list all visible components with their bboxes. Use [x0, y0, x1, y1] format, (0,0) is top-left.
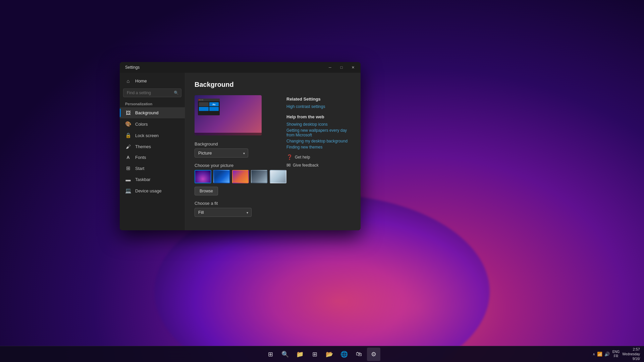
systray-network[interactable]: 📶: [597, 352, 602, 357]
home-label: Home: [135, 78, 147, 83]
sidebar-item-device-usage-label: Device usage: [135, 188, 162, 193]
taskbar-center: ⊞ 🔍 📁 ⊞ 📂 🌐 🛍 ⚙: [264, 348, 380, 361]
taskbar-start-icon[interactable]: ⊞: [264, 348, 277, 361]
background-dropdown[interactable]: Picture Solid color Slideshow: [195, 148, 248, 158]
preview-desktop: Aa: [195, 95, 262, 135]
sidebar-item-lock-screen[interactable]: 🔒 Lock screen: [120, 130, 185, 141]
picture-grid: [195, 170, 286, 183]
taskbar-right: ∧ 📶 🔊 ENGFR 2:57 Wednesday9/16/: [593, 347, 640, 361]
help-link-3[interactable]: Finding new themes: [286, 145, 354, 149]
sidebar-item-lock-label: Lock screen: [135, 133, 159, 138]
taskbar: ⊞ 🔍 📁 ⊞ 📂 🌐 🛍 ⚙ ∧ 📶 🔊 ENGFR 2:57 Wednesd…: [0, 346, 644, 362]
window-title: Settings: [125, 65, 140, 70]
sidebar-item-fonts[interactable]: A Fonts: [120, 152, 185, 163]
choose-picture-label: Choose your picture: [195, 163, 286, 168]
main-content: Background: [185, 73, 361, 230]
help-link-0[interactable]: Showing desktop icons: [286, 122, 354, 127]
close-button[interactable]: ✕: [345, 62, 361, 73]
colors-icon: 🎨: [125, 121, 131, 127]
related-settings-title: Related Settings: [286, 97, 354, 102]
taskbar-files-icon[interactable]: 📁: [293, 348, 307, 361]
fonts-icon: A: [125, 155, 131, 160]
background-preview: Aa: [195, 95, 262, 135]
give-feedback-icon: ✉: [286, 162, 291, 168]
get-help-link[interactable]: ❓ Get help: [286, 154, 354, 160]
background-section-label: Background: [195, 141, 286, 146]
home-icon: ⌂: [125, 78, 131, 84]
sidebar: ⌂ Home 🔍 Personalization 🖼 Background 🎨 …: [120, 73, 185, 230]
page-title: Background: [195, 81, 351, 88]
picture-thumb-4[interactable]: [251, 170, 268, 183]
clock-time: 2:57: [622, 347, 640, 352]
help-link-1[interactable]: Getting new wallpapers every day from Mi…: [286, 128, 354, 137]
fit-dropdown-wrap: Fill Fit Stretch Tile Center Span ▾: [195, 208, 252, 217]
taskbar-clock[interactable]: 2:57 Wednesday9/16/: [622, 347, 640, 361]
choose-fit-label: Choose a fit: [195, 201, 286, 206]
fit-dropdown[interactable]: Fill Fit Stretch Tile Center Span: [195, 208, 252, 217]
preview-window: Aa: [198, 99, 220, 115]
get-help-icon: ❓: [286, 154, 293, 160]
preview-taskbar: [195, 133, 262, 135]
background-icon: 🖼: [125, 110, 131, 116]
sidebar-item-start-label: Start: [135, 166, 144, 171]
related-settings: Related Settings High contrast settings …: [286, 97, 354, 222]
main-left: Aa Background Picture: [195, 95, 286, 222]
sidebar-item-background-label: Background: [135, 110, 158, 115]
taskbar-search-icon[interactable]: 🔍: [278, 348, 292, 361]
taskbar-icon: ▬: [125, 177, 131, 182]
window-controls: ─ □ ✕: [322, 62, 357, 73]
systray-volume[interactable]: 🔊: [604, 352, 610, 357]
sidebar-section-label: Personalization: [120, 99, 185, 107]
sidebar-item-themes-label: Themes: [135, 144, 151, 149]
picture-thumb-5[interactable]: [270, 170, 286, 183]
search-box: 🔍: [123, 88, 181, 97]
give-feedback-link[interactable]: ✉ Give feedback: [286, 162, 354, 168]
taskbar-browser-icon[interactable]: 🌐: [337, 348, 351, 361]
clock-date: Wednesday9/16/: [622, 352, 640, 361]
taskbar-settings-icon[interactable]: ⚙: [367, 348, 380, 361]
taskbar-systray: ∧ 📶 🔊: [593, 352, 610, 357]
search-input[interactable]: [123, 88, 181, 97]
get-help-label: Get help: [295, 155, 310, 160]
search-icon: 🔍: [174, 90, 179, 95]
help-link-2[interactable]: Changing my desktop background: [286, 139, 354, 143]
help-section-title: Help from the web: [286, 114, 354, 119]
picture-thumb-1[interactable]: [195, 170, 211, 183]
sidebar-item-start[interactable]: ⊞ Start: [120, 163, 185, 174]
start-icon: ⊞: [125, 165, 131, 171]
sidebar-item-background[interactable]: 🖼 Background: [120, 107, 185, 118]
title-bar: Settings ─ □ ✕: [120, 62, 361, 73]
lock-icon: 🔒: [125, 132, 131, 138]
content-flex: Aa Background Picture: [195, 95, 351, 222]
sidebar-item-colors[interactable]: 🎨 Colors: [120, 118, 185, 130]
picture-thumb-2[interactable]: [213, 170, 230, 183]
preview-body: Aa: [198, 101, 220, 112]
taskbar-store-icon[interactable]: 🛍: [352, 348, 366, 361]
browse-button[interactable]: Browse: [195, 187, 218, 195]
systray-language[interactable]: ENGFR: [612, 350, 620, 358]
high-contrast-link[interactable]: High contrast settings: [286, 104, 354, 109]
settings-window: Settings ─ □ ✕ ⌂ Home 🔍 Personalization …: [120, 62, 361, 230]
sidebar-item-taskbar[interactable]: ▬ Taskbar: [120, 174, 185, 185]
background-dropdown-wrap: Picture Solid color Slideshow ▾: [195, 148, 248, 158]
device-usage-icon: 💻: [125, 188, 131, 194]
sidebar-item-taskbar-label: Taskbar: [135, 177, 151, 182]
themes-icon: 🖌: [125, 144, 131, 149]
sidebar-item-colors-label: Colors: [135, 122, 148, 127]
sidebar-item-themes[interactable]: 🖌 Themes: [120, 141, 185, 152]
picture-thumb-3[interactable]: [232, 170, 249, 183]
taskbar-grid-icon[interactable]: ⊞: [308, 348, 321, 361]
systray-arrow[interactable]: ∧: [593, 352, 595, 356]
sidebar-item-device-usage[interactable]: 💻 Device usage: [120, 185, 185, 196]
taskbar-folder-icon[interactable]: 📂: [323, 348, 336, 361]
preview-titlebar: [198, 99, 220, 101]
sidebar-item-fonts-label: Fonts: [135, 155, 146, 160]
settings-body: ⌂ Home 🔍 Personalization 🖼 Background 🎨 …: [120, 73, 361, 230]
give-feedback-label: Give feedback: [293, 163, 319, 168]
sidebar-item-home[interactable]: ⌂ Home: [120, 75, 185, 86]
